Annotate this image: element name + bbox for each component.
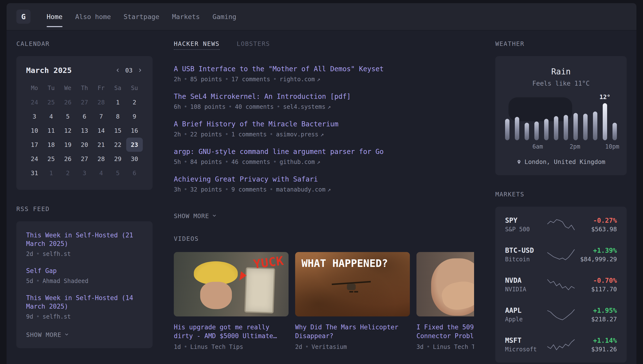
news-item-meta: 2h•22 points•1 comments•asimov.press↗ (174, 131, 474, 138)
weather-location: London, United Kingdom (524, 158, 605, 166)
rss-item-title[interactable]: Self Gap (26, 267, 143, 275)
rss-item-title[interactable]: This Week in Self-Hosted (21 March 2025) (26, 231, 143, 248)
thumbnail-overlay-text: YUCK (253, 254, 285, 272)
nav-tab-also-home[interactable]: Also home (69, 3, 117, 30)
news-item-meta: 6h•108 points•40 comments•sel4.systems↗ (174, 104, 474, 110)
market-left: BTC-USDBitcoin (505, 246, 545, 263)
weather-bar-chart: 12° (505, 101, 617, 140)
video-meta: 1d•Linus Tech Tips (174, 344, 289, 350)
news-item-meta: 2h•85 points•17 comments•righto.com↗ (174, 76, 474, 83)
dot-separator: • (229, 104, 232, 110)
news-item-domain: matanabudy.com (276, 186, 325, 193)
rss-item: Self Gap5d•Ahmad Shadeed (26, 267, 143, 284)
calendar-day: 28 (93, 152, 109, 166)
video-thumbnail[interactable]: DOT (416, 252, 474, 316)
nav-tabs: HomeAlso homeStartpageMarketsGaming (40, 3, 243, 30)
market-right: +1.39%$84,999.29 (577, 247, 617, 263)
nav-tab-home[interactable]: Home (40, 3, 69, 30)
weather-card: Rain Feels like 11°C 12° 6am2pm10pm Lond… (495, 56, 627, 175)
left-column: CALENDAR March 2025 03 (16, 40, 153, 364)
market-name: Microsoft (505, 346, 545, 353)
rss-item-title[interactable]: This Week in Self-Hosted (14 March 2025) (26, 294, 143, 311)
market-change: -0.27% (577, 217, 617, 224)
market-sparkline (545, 338, 577, 351)
news-tab-lobsters[interactable]: LOBSTERS (237, 40, 270, 49)
news-item-domain: sel4.systems (283, 104, 325, 110)
news-item: A Brief History of the Miracle Bacterium… (174, 120, 474, 138)
news-item-title[interactable]: A USB Interface to the "Mother of All De… (174, 65, 474, 73)
rss-show-more-label: SHOW MORE (26, 331, 61, 338)
news-tabs: HACKER NEWSLOBSTERS (174, 40, 474, 50)
video-title[interactable]: I Fixed the 5090 Power Connector Problem (416, 323, 474, 340)
thumbnail-overlay-line: WHAT HAPPENED? (301, 258, 388, 269)
dot-separator: • (184, 131, 187, 138)
market-name: NVIDIA (505, 286, 545, 293)
arrow-icon (236, 271, 247, 282)
market-symbol[interactable]: BTC-USD (505, 246, 545, 254)
calendar-day: 22 (109, 138, 126, 152)
news-tab-hacker-news[interactable]: HACKER NEWS (174, 40, 220, 50)
calendar-day: 15 (109, 124, 126, 138)
news-item-title[interactable]: argp: GNU-style command line argument pa… (174, 148, 474, 156)
calendar-day: 2 (126, 95, 143, 109)
weather-bar (583, 114, 587, 140)
calendar-day-grid: 2425262728123456789101112131415161718192… (26, 95, 143, 180)
video-title[interactable]: His upgrade got me really dirty - AMD $5… (174, 323, 289, 340)
calendar-day: 8 (109, 109, 126, 124)
rss-item-meta: 2d•selfh.st (26, 250, 143, 258)
nav-tab-gaming[interactable]: Gaming (206, 3, 243, 30)
video-meta: 2d•Veritasium (295, 344, 410, 350)
calendar-day: 26 (60, 152, 76, 166)
news-item-title[interactable]: Achieving Great Privacy with Safari (174, 175, 474, 183)
market-sparkline (545, 248, 577, 261)
calendar-day: 27 (76, 152, 93, 166)
calendar-day: 6 (126, 166, 143, 180)
news-item-domain: asimov.press (276, 131, 318, 138)
dot-separator: • (270, 131, 273, 138)
rss-show-more-button[interactable]: SHOW MORE (26, 331, 69, 338)
calendar-prev-button[interactable] (115, 68, 120, 73)
weather-bar (593, 112, 597, 140)
market-symbol[interactable]: AAPL (505, 306, 545, 314)
market-symbol[interactable]: NVDA (505, 276, 545, 284)
market-symbol[interactable]: SPY (505, 216, 545, 224)
news-item-title[interactable]: The SeL4 Microkernel: An Introduction [p… (174, 92, 474, 100)
video-thumbnail[interactable]: WHAT HAPPENED? (295, 252, 410, 316)
calendar-day: 24 (26, 152, 43, 166)
dot-separator: • (36, 278, 40, 284)
nav-tab-startpage[interactable]: Startpage (117, 3, 166, 30)
dot-separator: • (184, 186, 187, 193)
rss-widget: RSS FEED This Week in Self-Hosted (21 Ma… (16, 206, 153, 348)
market-right: +1.95%$218.27 (577, 307, 617, 323)
calendar-weekday: Sa (109, 81, 126, 95)
video-title[interactable]: Why Did The Mars Helicopter Disappear? (295, 323, 410, 340)
market-row: AAPLApple+1.95%$218.27 (505, 306, 617, 323)
dot-separator: • (36, 250, 40, 258)
news-item-domain: github.com (280, 158, 315, 166)
calendar-section-label: CALENDAR (16, 40, 153, 47)
calendar-day: 18 (43, 138, 59, 152)
dot-separator: • (225, 131, 228, 138)
helicopter-graphic (332, 278, 371, 296)
top-nav-bar: G HomeAlso homeStartpageMarketsGaming (7, 3, 636, 30)
calendar-next-button[interactable] (138, 68, 143, 73)
rss-section-label: RSS FEED (16, 206, 153, 212)
calendar-day: 1 (109, 95, 126, 109)
weather-bar (534, 122, 539, 140)
air-filter-graphic (244, 267, 275, 314)
market-sparkline (545, 218, 577, 231)
news-item: A USB Interface to the "Mother of All De… (174, 65, 474, 83)
calendar-day: 6 (76, 109, 93, 124)
nav-tab-markets[interactable]: Markets (166, 3, 206, 30)
video-thumbnail[interactable]: YUCK (174, 252, 289, 316)
news-show-more-button[interactable]: SHOW MORE (174, 212, 217, 220)
calendar-day: 16 (126, 124, 143, 138)
weather-bar (544, 119, 548, 140)
dot-separator: • (225, 76, 228, 83)
news-item-title[interactable]: A Brief History of the Miracle Bacterium (174, 120, 474, 128)
thumbnail-overlay-text: WHAT HAPPENED? (301, 258, 388, 269)
calendar-day: 5 (60, 109, 76, 124)
market-row: NVDANVIDIA-0.70%$117.70 (505, 276, 617, 293)
market-symbol[interactable]: MSFT (505, 336, 545, 344)
current-temp-label: 12° (599, 94, 610, 100)
